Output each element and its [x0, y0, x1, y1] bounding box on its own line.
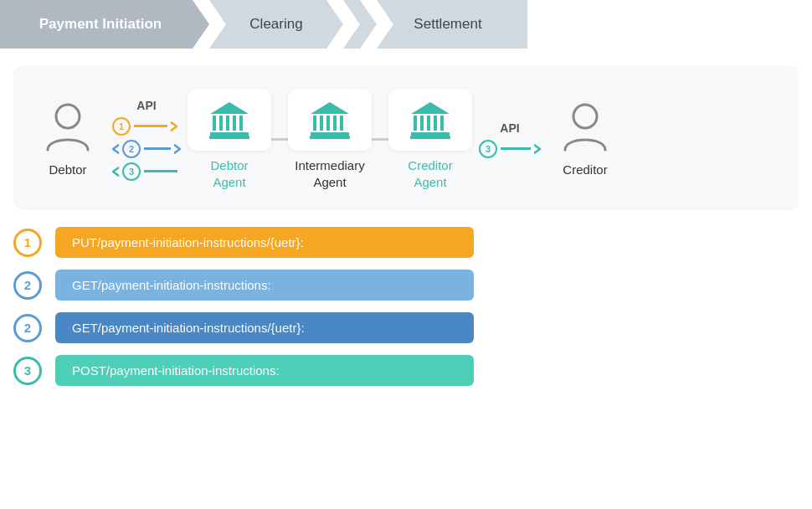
svg-rect-1 [213, 116, 216, 131]
endpoint-row-1: 2 GET/payment-initiation-instructions: [13, 270, 799, 301]
debtor-node: Debtor [30, 101, 105, 178]
svg-rect-4 [233, 116, 236, 131]
circle-2a: 2 [122, 140, 141, 158]
svg-rect-19 [427, 116, 430, 131]
api-left-label: API [136, 99, 156, 112]
endpoint-row-2: 2 GET/payment-initiation-instructions/{u… [13, 312, 799, 343]
svg-rect-17 [414, 116, 417, 131]
ep-bar-0: PUT/payment-initiation-instructions/{uet… [55, 227, 474, 258]
settlement-label: Settlement [414, 16, 481, 33]
creditor-agent-node: CreditorAgent [388, 89, 472, 190]
intermediary-agent-node: IntermediaryAgent [288, 89, 372, 190]
diagram-area: Debtor API 1 2 3 [13, 65, 799, 210]
circle-1: 1 [112, 117, 131, 136]
svg-rect-16 [310, 136, 350, 139]
endpoints-section: 1 PUT/payment-initiation-instructions/{u… [13, 227, 799, 386]
creditor-label: Creditor [563, 162, 607, 178]
svg-rect-18 [420, 116, 424, 131]
circle-3a: 3 [122, 162, 141, 181]
arrow-1-line [134, 125, 167, 127]
arrow-row-3: 3 [112, 162, 181, 181]
creditor-agent-box [388, 89, 472, 151]
banner-clearing: Clearing [193, 0, 343, 49]
ep-circle-3: 3 [13, 357, 42, 385]
debtor-agent-icon [206, 99, 253, 141]
svg-rect-8 [209, 136, 249, 139]
right-arrow-row: 3 [479, 140, 541, 158]
ep-circle-2: 2 [13, 314, 42, 342]
debtor-agent-label: DebtorAgent [210, 157, 248, 190]
plus-label: + [347, 13, 357, 35]
ep-circle-1: 2 [13, 271, 42, 300]
svg-point-25 [573, 105, 597, 128]
ep-bar-1: GET/payment-initiation-instructions: [55, 270, 474, 301]
api-right-connector: API 3 [479, 121, 541, 158]
connector-1 [271, 138, 288, 141]
svg-rect-21 [440, 116, 444, 131]
arrow-right-1 [171, 121, 177, 131]
svg-rect-13 [340, 116, 343, 131]
svg-point-0 [56, 105, 80, 128]
ep-circle-0: 1 [13, 229, 42, 257]
svg-rect-10 [320, 116, 323, 131]
left-arrows: 1 2 3 [112, 117, 181, 181]
creditor-agent-icon [407, 99, 454, 141]
intermediary-agent-label: IntermediaryAgent [295, 157, 364, 190]
creditor-icon [558, 101, 612, 155]
top-banner: Payment Initiation Clearing + Settlement [0, 0, 812, 49]
arrow-left-2 [112, 144, 119, 154]
svg-rect-5 [239, 116, 243, 131]
svg-rect-20 [434, 116, 437, 131]
banner-settlement: Settlement [360, 0, 527, 49]
debtor-agent-box [188, 89, 271, 151]
intermediary-agent-box [288, 89, 372, 151]
arrow-row-1: 1 [112, 117, 181, 136]
clearing-label: Clearing [249, 16, 302, 33]
debtor-agent-node: DebtorAgent [188, 89, 271, 190]
endpoint-row-0: 1 PUT/payment-initiation-instructions/{u… [13, 227, 799, 258]
right-arrow-line [501, 147, 531, 150]
svg-rect-2 [219, 116, 223, 131]
debtor-label: Debtor [49, 162, 86, 178]
ep-bar-2: GET/payment-initiation-instructions/{uet… [55, 312, 474, 343]
banner-payment: Payment Initiation [0, 0, 209, 49]
arrow-right-icon [534, 144, 541, 154]
arrow-left-3 [112, 167, 119, 177]
arrow-right-2 [174, 144, 181, 154]
circle-3-right: 3 [479, 140, 497, 158]
debtor-icon [41, 101, 95, 155]
svg-rect-22 [411, 132, 450, 136]
svg-marker-7 [210, 102, 249, 114]
svg-rect-12 [333, 116, 337, 131]
api-right-label: API [500, 121, 519, 135]
arrow-row-2a: 2 [112, 140, 181, 158]
svg-marker-23 [411, 102, 450, 114]
api-left-connector: API 1 2 3 [112, 99, 181, 181]
arrow-3-line [144, 170, 177, 172]
arrow-2-line [144, 147, 171, 150]
svg-rect-14 [311, 132, 349, 136]
creditor-node: Creditor [547, 101, 623, 178]
svg-rect-6 [210, 132, 249, 136]
svg-rect-9 [313, 116, 316, 131]
connector-2 [372, 138, 388, 141]
svg-rect-24 [410, 136, 450, 139]
svg-rect-3 [226, 116, 229, 131]
endpoint-row-3: 3 POST/payment-initiation-instructions: [13, 355, 799, 386]
ep-bar-3: POST/payment-initiation-instructions: [55, 355, 474, 386]
creditor-agent-label: CreditorAgent [408, 157, 452, 190]
svg-marker-15 [311, 102, 349, 114]
svg-rect-11 [326, 116, 330, 131]
payment-initiation-label: Payment Initiation [39, 16, 162, 33]
intermediary-agent-icon [306, 99, 353, 141]
